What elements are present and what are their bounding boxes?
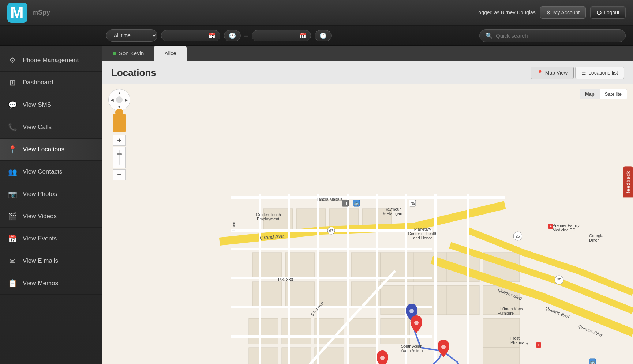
logo-text: mSpy	[32, 9, 50, 16]
tab-alice-label: Alice	[164, 50, 176, 56]
sidebar-item-view-emails[interactable]: ✉ View E mails	[0, 250, 102, 272]
tab-bar: Son Kevin Alice	[102, 46, 633, 61]
sidebar-label-dashboard: Dashboard	[23, 79, 53, 86]
sidebar-item-phone-management[interactable]: ⚙ Phone Management	[0, 49, 102, 72]
sidebar-item-view-events[interactable]: 📅 View Events	[0, 228, 102, 250]
svg-rect-4	[318, 253, 348, 278]
quick-search-input[interactable]	[496, 33, 619, 39]
sidebar-label-view-calls: View Calls	[23, 124, 52, 131]
online-indicator	[113, 52, 116, 55]
quick-search-bar[interactable]: 🔍	[479, 29, 626, 42]
svg-text:Planetary: Planetary	[414, 227, 431, 231]
sidebar-label-view-locations: View Locations	[23, 146, 64, 153]
date-separator: –	[244, 32, 248, 39]
svg-text:Tangia Masala: Tangia Masala	[316, 197, 343, 201]
feedback-tab[interactable]: feedback	[623, 167, 633, 198]
svg-point-90	[409, 309, 414, 313]
map-view-button[interactable]: 📍 Map View	[531, 67, 574, 79]
my-account-label: My Account	[553, 10, 580, 15]
date-end-input[interactable]	[256, 33, 297, 38]
time-end-group: 🕐	[315, 30, 332, 41]
sidebar-label-view-videos: View Videos	[23, 213, 57, 220]
calendar-icon-end: 📅	[299, 32, 306, 39]
svg-text:Huffman Koos: Huffman Koos	[498, 307, 523, 311]
svg-text:Diner: Diner	[589, 238, 599, 242]
sidebar-item-view-contacts[interactable]: 👥 View Contacts	[0, 161, 102, 183]
tab-son-kevin[interactable]: Son Kevin	[102, 46, 154, 61]
locations-list-button[interactable]: ☰ Locations list	[575, 67, 624, 79]
svg-text:+: +	[550, 224, 552, 228]
contacts-icon: 👥	[7, 167, 18, 177]
sms-icon: 💬	[7, 100, 18, 110]
svg-text:Queens Blvd: Queens Blvd	[578, 324, 603, 338]
svg-text:67: 67	[329, 229, 333, 233]
sidebar-item-view-photos[interactable]: 📷 View Photos	[0, 183, 102, 205]
zoom-out-button[interactable]: −	[113, 169, 126, 180]
svg-text:🚌: 🚌	[354, 201, 359, 206]
svg-text:South Asian: South Asian	[401, 344, 423, 348]
svg-text:Pharmacy: Pharmacy	[510, 340, 529, 345]
svg-text:25: 25	[516, 234, 520, 238]
logout-button[interactable]: ⏻ Logout	[590, 6, 626, 19]
sidebar-label-view-memos: View Memos	[23, 280, 58, 287]
events-icon: 📅	[7, 234, 18, 244]
svg-text:Premier Family: Premier Family	[553, 223, 580, 228]
svg-text:+: +	[538, 343, 540, 347]
sidebar-item-view-locations[interactable]: 📍 View Locations	[0, 139, 102, 161]
nav-up-button[interactable]: ▲	[116, 90, 123, 96]
locations-list-label: Locations list	[588, 70, 618, 76]
svg-text:⏸: ⏸	[344, 201, 348, 205]
clock-icon-end: 🕐	[319, 32, 327, 39]
svg-point-92	[414, 321, 419, 325]
svg-text:Employment: Employment	[257, 217, 279, 221]
locations-controls: 📍 Map View ☰ Locations list	[531, 67, 624, 79]
sidebar-item-view-sms[interactable]: 💬 View SMS	[0, 94, 102, 116]
gear-icon: ⚙	[546, 10, 551, 15]
svg-text:🚌: 🚌	[590, 359, 595, 364]
date-start-input[interactable]	[166, 33, 206, 38]
map-type-satellite-button[interactable]: Satellite	[600, 89, 627, 99]
logged-as-text: Logged as Birney Douglas	[476, 10, 536, 15]
nav-left-button[interactable]: ◀	[109, 96, 116, 103]
nav-right-button[interactable]: ▶	[123, 96, 130, 103]
sidebar-item-view-memos[interactable]: 📋 View Memos	[0, 272, 102, 295]
pegman-icon[interactable]	[113, 114, 126, 132]
svg-text:🛍: 🛍	[411, 201, 415, 205]
tab-son-kevin-label: Son Kevin	[119, 50, 144, 56]
sidebar-label-phone-management: Phone Management	[23, 57, 79, 64]
power-icon: ⏻	[596, 10, 602, 15]
content-area: Son Kevin Alice Locations 📍 Map View ☰ L…	[102, 46, 633, 364]
map-type-map-button[interactable]: Map	[580, 89, 600, 99]
svg-rect-26	[282, 348, 311, 364]
sidebar-item-dashboard[interactable]: ⊞ Dashboard	[0, 72, 102, 94]
memos-icon: 📋	[7, 278, 18, 288]
svg-text:and Honor: and Honor	[413, 236, 432, 240]
svg-rect-2	[252, 253, 282, 278]
zoom-in-button[interactable]: +	[113, 135, 126, 146]
pin-red-3[interactable]	[377, 350, 388, 364]
svg-rect-15	[446, 285, 479, 315]
svg-rect-20	[249, 318, 278, 344]
pin-red-1[interactable]	[411, 315, 422, 333]
map-canvas: Grand Ave Queens Blvd Queens Blvd Queens…	[102, 84, 633, 364]
emails-icon: ✉	[7, 256, 18, 266]
calendar-icon-start: 📅	[208, 32, 216, 39]
header-right: Logged as Birney Douglas ⚙ My Account ⏻ …	[476, 6, 626, 19]
photos-icon: 📷	[7, 189, 18, 199]
map-area[interactable]: Grand Ave Queens Blvd Queens Blvd Queens…	[102, 84, 633, 364]
tab-alice[interactable]: Alice	[154, 46, 187, 61]
svg-text:Medicine PC: Medicine PC	[553, 228, 575, 232]
sidebar-item-view-calls[interactable]: 📞 View Calls	[0, 116, 102, 139]
svg-rect-6	[252, 282, 282, 307]
svg-rect-28	[348, 348, 377, 364]
nav-circle: ▲ ◀ ▶ ▼	[108, 89, 130, 111]
dashboard-icon: ⊞	[7, 77, 18, 88]
zoom-controls: + −	[113, 135, 130, 180]
locations-section: Locations 📍 Map View ☰ Locations list	[102, 61, 633, 364]
time-filter-select[interactable]: All time	[106, 29, 157, 42]
sidebar-item-view-videos[interactable]: 🎬 View Videos	[0, 205, 102, 228]
logo: M mSpy	[7, 3, 50, 23]
svg-rect-21	[282, 318, 311, 344]
my-account-button[interactable]: ⚙ My Account	[540, 6, 586, 19]
location-icon: 📍	[7, 144, 18, 155]
